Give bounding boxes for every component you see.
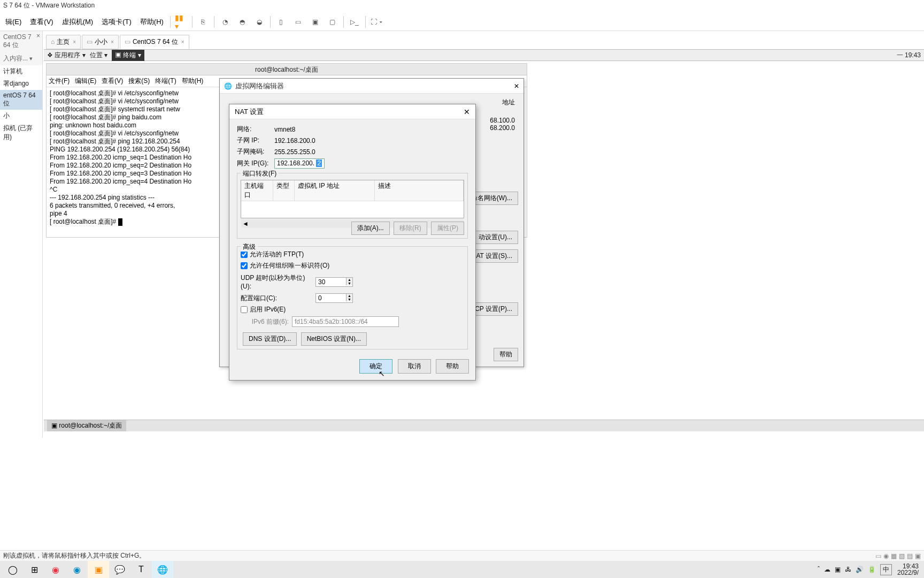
snapshot-revert-icon[interactable]: ◒ bbox=[253, 16, 266, 28]
close-icon[interactable]: × bbox=[181, 39, 184, 45]
ipv6-prefix-input[interactable] bbox=[292, 316, 399, 327]
ime-indicator[interactable]: 中 bbox=[880, 564, 892, 575]
tray-cloud-icon[interactable]: ☁ bbox=[824, 566, 830, 573]
scroll-left-icon[interactable]: ◄ bbox=[242, 220, 249, 227]
gnome-clock: 一 19:43 bbox=[897, 51, 921, 60]
library-item[interactable]: 小 bbox=[0, 110, 42, 122]
config-port-spinner[interactable]: ▲▼ bbox=[315, 293, 353, 303]
edge-icon[interactable]: ◉ bbox=[66, 561, 88, 578]
snapshot-icon[interactable]: ◔ bbox=[219, 16, 232, 28]
ok-button[interactable]: 确定 bbox=[359, 359, 392, 374]
browser-icon[interactable]: 🌐 bbox=[152, 561, 173, 578]
menu-vm[interactable]: 虚拟机(M) bbox=[58, 15, 98, 29]
allow-active-ftp-checkbox[interactable] bbox=[241, 251, 248, 258]
gnome-taskbar: ▣ root@localhost:~/桌面 bbox=[44, 420, 924, 431]
term-menu-help[interactable]: 帮助(H) bbox=[182, 77, 204, 86]
cancel-button[interactable]: 取消 bbox=[398, 359, 431, 374]
nat-titlebar[interactable]: NAT 设置 ✕ bbox=[229, 104, 475, 119]
tab-vm2[interactable]: ▭CentOS 7 64 位× bbox=[120, 35, 189, 49]
udp-timeout-label: UDP 超时(以秒为单位)(U): bbox=[241, 273, 315, 290]
send-keys-icon[interactable]: ⎘ bbox=[197, 16, 210, 28]
device-icon[interactable]: ▭ bbox=[875, 552, 881, 560]
vne-titlebar[interactable]: 🌐 虚拟网络编辑器 ✕ bbox=[220, 79, 523, 94]
netbios-settings-button[interactable]: NetBIOS 设置(N)... bbox=[301, 332, 367, 346]
console-icon[interactable]: ▷_ bbox=[348, 16, 361, 28]
device-icon[interactable]: ▤ bbox=[907, 552, 913, 560]
advanced-group: 高级 允许活动的 FTP(T) 允许任何组织唯一标识符(O) UDP 超时(以秒… bbox=[237, 246, 468, 349]
view-console-icon[interactable]: ▢ bbox=[326, 16, 339, 28]
gateway-ip-input[interactable]: 192.168.200. 2 bbox=[274, 158, 325, 169]
start-icon[interactable]: ◯ bbox=[2, 561, 24, 578]
tray-volume-icon[interactable]: 🔊 bbox=[856, 566, 864, 573]
taskview-icon[interactable]: ⊞ bbox=[24, 561, 45, 578]
nat-settings-button[interactable]: AT 设置(S)... bbox=[470, 249, 518, 263]
view-unity-icon[interactable]: ▣ bbox=[309, 16, 322, 28]
spin-up-icon[interactable]: ▲ bbox=[346, 278, 352, 282]
view-single-icon[interactable]: ▯ bbox=[275, 16, 288, 28]
col-desc: 描述 bbox=[375, 180, 464, 201]
tab-vm1[interactable]: ▭小小× bbox=[82, 35, 119, 49]
tray-onedrive-icon[interactable]: ▣ bbox=[835, 566, 841, 573]
device-icon[interactable]: ▣ bbox=[915, 552, 921, 560]
chrome-icon[interactable]: ◉ bbox=[45, 561, 66, 578]
terminal-cursor bbox=[118, 218, 122, 226]
vm-icon: ▭ bbox=[87, 38, 93, 45]
term-menu-view[interactable]: 查看(V) bbox=[102, 77, 123, 86]
tray-chevron-icon[interactable]: ˆ bbox=[818, 566, 820, 573]
help-button[interactable]: 帮助 bbox=[494, 348, 518, 361]
add-button[interactable]: 添加(A)... bbox=[351, 222, 390, 235]
spin-down-icon[interactable]: ▼ bbox=[346, 298, 352, 301]
library-item[interactable]: 计算机 bbox=[0, 65, 42, 78]
allow-oui-checkbox[interactable] bbox=[241, 262, 248, 269]
dns-settings-button[interactable]: DNS 设置(D)... bbox=[243, 332, 297, 346]
sidebar-close-icon[interactable]: × bbox=[36, 32, 40, 40]
term-menu-terminal[interactable]: 终端(T) bbox=[155, 77, 176, 86]
running-app-terminal[interactable]: ▣ root@localhost:~/桌面 bbox=[47, 420, 126, 431]
menu-view[interactable]: 查看(V) bbox=[26, 15, 57, 29]
config-port-input[interactable] bbox=[316, 294, 346, 302]
term-menu-search[interactable]: 搜索(S) bbox=[128, 77, 150, 86]
library-item[interactable]: 署django bbox=[0, 78, 42, 90]
tray-battery-icon[interactable]: 🔋 bbox=[868, 566, 876, 573]
port-forwarding-table[interactable]: 主机端口 类型 虚拟机 IP 地址 描述 ◄► bbox=[241, 180, 464, 218]
col-hostport: 主机端口 bbox=[241, 180, 273, 201]
menu-help[interactable]: 帮助(H) bbox=[136, 15, 168, 29]
terminal-title: root@localhost:~/桌面 bbox=[47, 64, 527, 75]
home-icon: ⌂ bbox=[51, 38, 55, 45]
taskbar-clock[interactable]: 19:43 2022/9/ bbox=[894, 563, 922, 576]
library-item[interactable]: 拟机 (已弃用) bbox=[0, 122, 42, 143]
view-split-icon[interactable]: ▭ bbox=[292, 16, 305, 28]
enable-ipv6-checkbox[interactable] bbox=[241, 306, 248, 313]
tray-network-icon[interactable]: 🖧 bbox=[845, 566, 851, 573]
spin-down-icon[interactable]: ▼ bbox=[346, 282, 352, 285]
udp-timeout-input[interactable] bbox=[316, 278, 346, 286]
menu-tabs[interactable]: 选项卡(T) bbox=[97, 15, 136, 29]
term-menu-file[interactable]: 文件(F) bbox=[49, 77, 70, 86]
device-icon[interactable]: ▧ bbox=[899, 552, 905, 560]
close-icon[interactable]: × bbox=[73, 39, 76, 45]
close-icon[interactable]: ✕ bbox=[514, 82, 519, 90]
udp-timeout-spinner[interactable]: ▲▼ bbox=[315, 277, 353, 287]
device-icon[interactable]: ▦ bbox=[891, 552, 897, 560]
spin-up-icon[interactable]: ▲ bbox=[346, 294, 352, 298]
textapp-icon[interactable]: T bbox=[130, 561, 152, 578]
tab-home[interactable]: ⌂主页× bbox=[46, 35, 81, 49]
snapshot-manage-icon[interactable]: ◓ bbox=[236, 16, 249, 28]
fullscreen-icon[interactable]: ⛶ ▾ bbox=[370, 16, 383, 28]
gnome-terminal-indicator[interactable]: ▣ 终端 ▾ bbox=[112, 50, 144, 61]
sidebar-search[interactable]: 入内容... ▾ bbox=[0, 52, 42, 65]
gnome-apps[interactable]: ❖ 应用程序 ▾ bbox=[47, 51, 86, 60]
dhcp-settings-button[interactable]: CP 设置(P)... bbox=[469, 302, 518, 316]
pause-icon[interactable]: ▮▮ ▾ bbox=[175, 16, 188, 28]
term-menu-edit[interactable]: 编辑(E) bbox=[75, 77, 96, 86]
library-item[interactable]: entOS 7 64 位 bbox=[0, 90, 42, 110]
help-button[interactable]: 帮助 bbox=[436, 359, 469, 374]
auto-settings-button[interactable]: 动设置(U)... bbox=[473, 231, 518, 244]
close-icon[interactable]: ✕ bbox=[464, 108, 470, 116]
gnome-places[interactable]: 位置 ▾ bbox=[90, 51, 107, 60]
close-icon[interactable]: × bbox=[111, 39, 114, 45]
wechat-icon[interactable]: 💬 bbox=[109, 561, 130, 578]
menu-edit[interactable]: 辑(E) bbox=[1, 15, 26, 29]
vmware-icon[interactable]: ▣ bbox=[88, 561, 109, 578]
device-icon[interactable]: ◉ bbox=[883, 552, 889, 560]
